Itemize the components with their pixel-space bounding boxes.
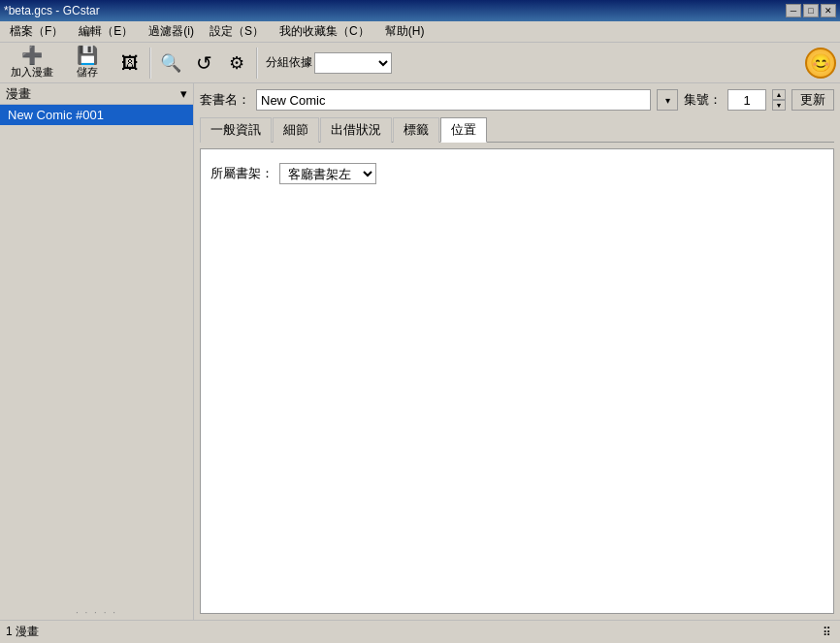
tab-location[interactable]: 位置 (440, 117, 487, 143)
menu-edit[interactable]: 編輯（E） (71, 21, 141, 42)
detail-panel: 套書名： ▾ 集號： ▲ ▼ 更新 一般資訊 細節 出借狀況 標籤 位置 所屬書… (194, 83, 840, 620)
tabs: 一般資訊 細節 出借狀況 標籤 位置 (200, 116, 834, 143)
sidebar-resize-handle[interactable]: · · · · · (0, 608, 193, 620)
status-count: 1 漫畫 (6, 624, 39, 640)
sidebar-chevron-icon[interactable]: ▾ (180, 86, 187, 101)
sidebar-item-new-comic[interactable]: New Comic #001 (0, 105, 193, 125)
separator-1 (149, 48, 151, 79)
issue-up-button[interactable]: ▲ (772, 89, 786, 100)
minimize-button[interactable]: ─ (786, 4, 801, 17)
location-label: 所屬書架： (210, 165, 274, 182)
sort-select[interactable]: 標題 作者 出版社 (314, 52, 392, 74)
main-area: 漫畫 ▾ New Comic #001 · · · · · 套書名： ▾ 集號：… (0, 83, 840, 620)
refresh-button[interactable]: ↺ (188, 48, 219, 79)
tab-detail[interactable]: 細節 (273, 117, 319, 143)
smiley-button[interactable]: 😊 (805, 48, 836, 79)
menu-filter[interactable]: 過濾器(i) (141, 21, 202, 42)
plugin-button[interactable]: ⚙ (221, 48, 252, 79)
toolbar: ➕ 加入漫畫 💾 儲存 🖼 🔍 ↺ ⚙ 分組依據 標題 作者 出版社 😊 (0, 43, 840, 83)
smiley-icon: 😊 (810, 52, 831, 74)
menu-file[interactable]: 檔案（F） (2, 21, 71, 42)
add-comic-button[interactable]: ➕ 加入漫畫 (4, 46, 60, 80)
tab-general[interactable]: 一般資訊 (200, 117, 272, 143)
menubar: 檔案（F） 編輯（E） 過濾器(i) 設定（S） 我的收藏集（C） 幫助(H) (0, 21, 840, 43)
detail-header: 套書名： ▾ 集號： ▲ ▼ 更新 (200, 89, 834, 111)
menu-settings[interactable]: 設定（S） (202, 21, 272, 42)
issue-spinner: ▲ ▼ (772, 89, 786, 111)
titlebar-controls: ─ □ ✕ (786, 4, 836, 17)
location-row: 所屬書架： 客廳書架左 客廳書架右 書房書架 (210, 163, 824, 184)
tab-content: 所屬書架： 客廳書架左 客廳書架右 書房書架 (200, 148, 834, 614)
maximize-button[interactable]: □ (803, 4, 819, 17)
resize-dots: · · · · · (76, 607, 117, 618)
statusbar-right: ⠿ (819, 625, 834, 640)
location-select[interactable]: 客廳書架左 客廳書架右 書房書架 (279, 163, 376, 184)
tab-tags[interactable]: 標籤 (393, 117, 439, 143)
search-button[interactable]: 🔍 (155, 48, 186, 79)
plugin-icon: ⚙ (229, 54, 244, 72)
save-icon: 💾 (77, 47, 98, 64)
image-button[interactable]: 🖼 (114, 48, 145, 79)
issue-label: 集號： (684, 91, 722, 109)
series-dropdown-button[interactable]: ▾ (657, 89, 678, 111)
image-icon: 🖼 (121, 54, 139, 72)
search-icon: 🔍 (160, 54, 181, 72)
resize-grip[interactable]: ⠿ (819, 625, 834, 640)
tab-loan[interactable]: 出借狀況 (320, 117, 392, 143)
sidebar: 漫畫 ▾ New Comic #001 · · · · · (0, 83, 194, 620)
issue-down-button[interactable]: ▼ (772, 100, 786, 111)
refresh-icon: ↺ (196, 53, 212, 73)
sidebar-header: 漫畫 ▾ (0, 83, 193, 105)
save-button[interactable]: 💾 儲存 (62, 46, 113, 80)
sort-label: 分組依據 (266, 54, 312, 71)
close-button[interactable]: ✕ (821, 4, 836, 17)
save-label: 儲存 (77, 65, 98, 80)
statusbar: 1 漫畫 ⠿ (0, 620, 840, 643)
menu-collection[interactable]: 我的收藏集（C） (272, 21, 377, 42)
series-input[interactable] (256, 89, 651, 111)
add-icon: ➕ (21, 47, 43, 64)
separator-2 (256, 48, 258, 79)
titlebar: *beta.gcs - GCstar ─ □ ✕ (0, 0, 840, 21)
update-button[interactable]: 更新 (792, 89, 834, 111)
titlebar-title: *beta.gcs - GCstar (4, 4, 100, 17)
series-dropdown-icon: ▾ (665, 95, 670, 106)
issue-input[interactable] (727, 89, 766, 111)
series-label: 套書名： (200, 91, 250, 109)
sidebar-list: New Comic #001 (0, 105, 193, 608)
add-label: 加入漫畫 (11, 65, 53, 80)
menu-help[interactable]: 幫助(H) (377, 21, 433, 42)
sidebar-title: 漫畫 (6, 85, 31, 103)
